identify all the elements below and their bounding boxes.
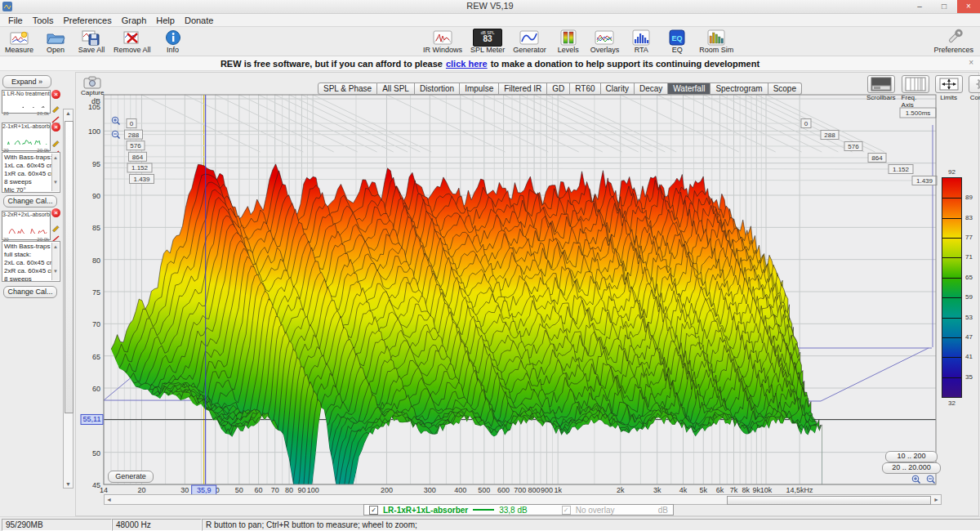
tab-spl-phase[interactable]: SPL & Phase xyxy=(318,83,377,95)
trim-ir-icon[interactable] xyxy=(51,232,60,241)
graph-controls-button[interactable]: Controls xyxy=(969,75,980,109)
tab-decay[interactable]: Decay xyxy=(635,83,668,95)
toolbar-overlays-button[interactable]: Overlays xyxy=(590,29,620,54)
measure-icon xyxy=(10,29,29,46)
tab-all-spl[interactable]: All SPL xyxy=(377,83,415,95)
generate-button[interactable]: Generate xyxy=(108,471,154,483)
edit-measurement-icon[interactable] xyxy=(51,136,60,145)
tab-scope[interactable]: Scope xyxy=(768,83,802,95)
donation-link[interactable]: click here xyxy=(446,59,488,69)
tab-impulse[interactable]: Impulse xyxy=(460,83,499,95)
scale-tick-label: 71 xyxy=(965,253,973,261)
freq-tick-label: 6k xyxy=(716,486,724,494)
scroll-down-icon[interactable]: ▼ xyxy=(64,481,73,487)
notes-scrollbar[interactable]: ▲▼ xyxy=(51,154,59,191)
scale-segment xyxy=(942,357,961,377)
overlay-checkbox[interactable]: ✓ xyxy=(562,506,571,515)
close-measurement-icon[interactable]: × xyxy=(51,90,60,99)
trace-checkbox[interactable]: ✓ xyxy=(369,506,378,515)
maximize-button[interactable]: □ xyxy=(933,0,956,13)
db-tick-label: 60 xyxy=(92,385,100,393)
freq-tick-label: 700 xyxy=(514,486,526,494)
toolbar-remove-all-button[interactable]: Remove All xyxy=(114,29,151,54)
measurement-thumbnail-1[interactable]: 1 LR-No treatment 2020,0k xyxy=(2,90,51,114)
capture-button[interactable]: Capture xyxy=(81,76,104,96)
eq-icon: EQ xyxy=(669,29,685,46)
time-tick-label: 288 xyxy=(128,132,140,139)
tab-distortion[interactable]: Distortion xyxy=(415,83,460,95)
toolbar-spl-meter-button[interactable]: dB SPL83SPL Meter xyxy=(470,29,505,54)
menu-item-donate[interactable]: Donate xyxy=(180,16,218,25)
sidebar-scrollbar[interactable]: ▲ ▼ xyxy=(63,109,74,489)
toolbar-info-button[interactable]: Info xyxy=(159,29,187,54)
freq-scrollbar-thumb[interactable] xyxy=(727,496,931,505)
tab-rt60[interactable]: RT60 xyxy=(570,83,600,95)
toolbar-room-sim-label: Room Sim xyxy=(699,46,733,54)
tab-clarity[interactable]: Clarity xyxy=(601,83,635,95)
graph-limits-button[interactable]: Limits xyxy=(935,75,963,109)
tab-gd[interactable]: GD xyxy=(547,83,570,95)
range-20-20000-button[interactable]: 20 .. 20.000 xyxy=(882,462,941,474)
waterfall-plot[interactable]: 002882885765768648641.1521.1521.4391.439… xyxy=(76,73,978,515)
menu-item-graph[interactable]: Graph xyxy=(117,16,152,25)
menu-item-file[interactable]: File xyxy=(3,16,28,25)
trim-ir-icon[interactable] xyxy=(51,113,60,122)
measurement-notes-2[interactable]: With Bass-traps:1xL ca. 60x45 cm1xR ca. … xyxy=(2,152,60,193)
freq-tick-label: 30 xyxy=(180,486,189,494)
toolbar-rta-button[interactable]: RTA xyxy=(627,29,655,54)
tab-waterfall[interactable]: Waterfall xyxy=(668,83,710,95)
graph-freq-axis-button[interactable]: Freq. Axis xyxy=(902,75,929,109)
banner-close-icon[interactable]: × xyxy=(969,58,973,67)
info-icon xyxy=(165,29,181,46)
note-line: 8 sweeps xyxy=(4,178,58,186)
notes-scrollbar[interactable]: ▲▼ xyxy=(51,243,59,280)
toolbar-room-sim-button[interactable]: Room Sim xyxy=(699,29,733,54)
time-tick-label: 0 xyxy=(804,120,808,127)
measurement-thumbnail-2[interactable]: 2-1xR+1xL-absorber 2020,0k xyxy=(2,123,51,151)
menu-item-tools[interactable]: Tools xyxy=(28,16,59,25)
thumb-xmin: 20 xyxy=(3,111,9,116)
sidebar-scrollbar-thumb[interactable] xyxy=(65,121,74,413)
menu-item-preferences[interactable]: Preferences xyxy=(58,16,116,25)
toolbar-measure-button[interactable]: Measure xyxy=(5,29,33,54)
note-line: 2xR ca. 60x45 cm xyxy=(4,267,58,275)
expand-button[interactable]: Expand » xyxy=(2,75,51,88)
toolbar-eq-button[interactable]: EQEQ xyxy=(663,29,691,54)
freq-tick-label: 200 xyxy=(381,486,393,494)
close-measurement-icon[interactable]: × xyxy=(51,123,60,132)
edit-measurement-icon[interactable] xyxy=(51,221,60,230)
scale-tick-label: 89 xyxy=(965,194,973,201)
wrench-icon xyxy=(944,29,964,46)
toolbar-right-group: IR WindowsdB SPL83SPL MeterGeneratorLeve… xyxy=(423,29,733,54)
tab-filtered-ir[interactable]: Filtered IR xyxy=(499,83,547,95)
range-10-200-button[interactable]: 10 .. 200 xyxy=(885,451,938,462)
menu-item-help[interactable]: Help xyxy=(151,16,180,25)
measurement-notes-3[interactable]: With Bass-trapsfull stack:2xL ca. 60x45 … xyxy=(2,241,60,282)
toolbar-ir-windows-button[interactable]: IR Windows xyxy=(423,29,462,54)
change-cal-button-3[interactable]: Change Cal... xyxy=(3,286,57,298)
change-cal-button-2[interactable]: Change Cal... xyxy=(3,195,57,207)
scale-tick-label: 59 xyxy=(965,293,973,301)
toolbar-save-all-button[interactable]: Save All xyxy=(78,29,105,54)
scroll-left-icon[interactable]: ◄ xyxy=(106,497,112,502)
minimize-button[interactable]: – xyxy=(908,0,931,13)
note-line: full stack: xyxy=(4,251,58,259)
sample-rate-status: 48000 Hz xyxy=(112,519,202,531)
close-measurement-icon[interactable]: × xyxy=(51,208,60,217)
scroll-up-icon[interactable]: ▲ xyxy=(64,110,73,116)
toolbar-open-button[interactable]: Open xyxy=(42,29,69,54)
graph-scrollbars-button[interactable]: Scrollbars xyxy=(866,75,896,109)
hint-status: R button to pan; Ctrl+R button to measur… xyxy=(202,519,980,531)
time-tick-label: 288 xyxy=(824,132,835,139)
freq-tick-label: 5k xyxy=(699,486,707,494)
tab-spectrogram[interactable]: Spectrogram xyxy=(710,83,768,95)
db-tick-label: 90 xyxy=(92,192,100,200)
edit-measurement-icon[interactable] xyxy=(51,101,60,110)
toolbar-generator-button[interactable]: Generator xyxy=(513,29,546,54)
toolbar-levels-button[interactable]: Levels xyxy=(555,29,582,54)
banner-text-after: to make a donation to help support its c… xyxy=(491,59,760,69)
scroll-right-icon[interactable]: ► xyxy=(933,497,939,502)
close-button[interactable]: × xyxy=(957,0,980,13)
measurement-thumbnail-3[interactable]: 3-2xR+2xL-absorber 2020,0k xyxy=(2,211,51,240)
toolbar-preferences-button[interactable]: Preferences xyxy=(933,29,973,54)
